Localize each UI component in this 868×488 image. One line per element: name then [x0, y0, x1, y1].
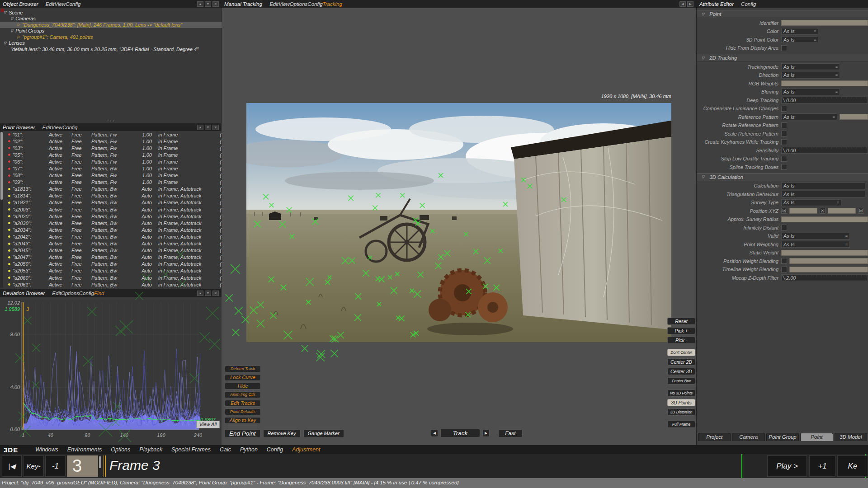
- scrollbar-thumb[interactable]: [0, 132, 3, 200]
- lock-curve-button[interactable]: Lock Curve: [225, 374, 261, 381]
- collapse-arrow-icon[interactable]: ▽: [4, 41, 6, 45]
- jump-to-start-button[interactable]: |◀: [2, 455, 22, 477]
- panel-up-icon[interactable]: ▲: [197, 1, 203, 7]
- tab-project[interactable]: Project: [698, 433, 731, 441]
- tab-camera[interactable]: Camera: [732, 433, 764, 441]
- viewport-menu-view[interactable]: View: [278, 1, 290, 7]
- timeline[interactable]: |◀ Key- -1 3 Frame 3 Play > +1 Ke: [0, 454, 868, 478]
- tree-item[interactable]: ▽Point Groups: [0, 28, 222, 34]
- checkbox[interactable]: [781, 267, 787, 272]
- main-menu-config[interactable]: Config: [267, 446, 283, 453]
- edit-tracks-button[interactable]: Edit Tracks: [225, 400, 261, 407]
- dropdown[interactable]: As Is≡: [781, 89, 840, 95]
- full-frame-button[interactable]: Full Frame: [667, 421, 695, 428]
- point-row[interactable]: "a2043":ActiveFreePattern, BwAutoin Fram…: [4, 240, 222, 247]
- main-menu-options[interactable]: Options: [111, 446, 130, 453]
- track-button[interactable]: Track: [440, 429, 480, 437]
- panel-down-icon[interactable]: ▼: [205, 291, 211, 296]
- tab-3d-model[interactable]: 3D Model: [835, 433, 867, 441]
- dropdown[interactable]: As Is: [781, 191, 865, 197]
- key-plus-button[interactable]: Ke: [837, 455, 868, 477]
- center-box-button[interactable]: Center Box: [667, 377, 695, 385]
- don-t-center-button[interactable]: Don't Center: [667, 349, 695, 356]
- tree-item[interactable]: ▽Lenses: [0, 40, 222, 47]
- deviation-browser-menu-edit[interactable]: Edit: [52, 291, 61, 296]
- text-field[interactable]: [781, 80, 868, 86]
- checkbox[interactable]: [781, 164, 787, 170]
- panel-splitter[interactable]: · · ·: [0, 120, 222, 122]
- attribute-editor-menu-config[interactable]: Config: [741, 1, 756, 7]
- checkbox[interactable]: [781, 139, 787, 145]
- attr-section-header[interactable]: ▽2D Tracking: [697, 54, 868, 62]
- track-backward-icon[interactable]: ◀: [431, 429, 438, 437]
- panel-down-icon[interactable]: ▼: [205, 125, 211, 130]
- point-row[interactable]: "a2047":ActiveFreePattern, BwAutoin Fram…: [4, 254, 222, 261]
- viewport-menu-edit[interactable]: Edit: [269, 1, 278, 7]
- expand-arrow-icon[interactable]: ▷: [17, 23, 20, 27]
- point-row[interactable]: "a2045":ActiveFreePattern, BwAutoin Fram…: [4, 247, 222, 254]
- point-defaults-button[interactable]: Point Defaults: [225, 408, 261, 415]
- timeline-cursor[interactable]: [104, 455, 106, 477]
- tab-point[interactable]: Point: [800, 433, 833, 441]
- main-menu-windows[interactable]: Windows: [35, 446, 58, 453]
- end-point-button[interactable]: End Point: [225, 429, 260, 438]
- object-browser-menu-view[interactable]: View: [54, 1, 66, 7]
- dropdown[interactable]: As Is≡: [781, 28, 818, 35]
- point-row[interactable]: "06":ActiveFreePattern, Fw1.00in Frame(C…: [4, 158, 222, 165]
- checkbox[interactable]: [781, 258, 787, 264]
- point-browser-menu-view[interactable]: View: [51, 125, 62, 130]
- attr-section-header[interactable]: ▽Point: [697, 10, 868, 18]
- expand-arrow-icon[interactable]: ▷: [17, 35, 20, 39]
- panel-up-icon[interactable]: ▲: [197, 291, 203, 296]
- deviation-browser-menu-config[interactable]: Config: [79, 291, 94, 296]
- dropdown[interactable]: As Is≡: [781, 72, 840, 79]
- point-row[interactable]: "09":ActiveFreePattern, Fw1.00in Frame(C…: [4, 179, 222, 186]
- attr-section-header[interactable]: ▽3D Calculation: [697, 173, 868, 181]
- text-field[interactable]: [789, 258, 868, 264]
- minus-one-button[interactable]: -1: [45, 455, 66, 477]
- main-menu-environments[interactable]: Environments: [67, 446, 102, 453]
- point-row[interactable]: "a2003":ActiveFreePattern, BwAutoin Fram…: [4, 206, 222, 213]
- point-list-scrollbar[interactable]: [0, 131, 3, 288]
- key-minus-button[interactable]: Key-: [23, 455, 44, 477]
- nav-left-icon[interactable]: ◀: [679, 1, 686, 7]
- point-row[interactable]: "07":ActiveFreePattern, Bw1.00in Frame(C…: [4, 165, 222, 172]
- pick-button[interactable]: Pick +: [667, 327, 695, 334]
- text-field[interactable]: [781, 250, 868, 256]
- deviation-graph[interactable]: 12.021.958939.004.000.00140901401902400.…: [0, 297, 222, 445]
- point-row[interactable]: "a1813":ActiveFreePattern, BwAutoin Fram…: [4, 186, 222, 192]
- dropdown[interactable]: As Is≡: [781, 199, 841, 206]
- tree-item[interactable]: ▷"Dungeness_7049f238": [Main], 246 Frame…: [0, 22, 222, 28]
- main-menu-adjustment[interactable]: Adjustment: [292, 446, 321, 453]
- main-menu-playback[interactable]: Playback: [139, 446, 162, 453]
- point-browser-menu-edit[interactable]: Edit: [42, 125, 52, 130]
- deviation-browser-menu-options[interactable]: Options: [61, 291, 79, 296]
- object-browser-menu-config[interactable]: Config: [66, 1, 80, 7]
- dropdown[interactable]: As Is≡: [781, 233, 850, 239]
- checkbox[interactable]: [781, 106, 787, 112]
- 3d-distortion-button[interactable]: 3D Distortion: [667, 408, 695, 416]
- deform-track-button[interactable]: Deform Track: [225, 366, 261, 372]
- text-field[interactable]: [781, 20, 868, 26]
- checkbox[interactable]: ☒: [781, 208, 787, 214]
- plus-one-button[interactable]: +1: [809, 455, 835, 477]
- dropdown[interactable]: As Is≡: [781, 113, 837, 120]
- collapse-arrow-icon[interactable]: ▽: [10, 29, 13, 33]
- point-row[interactable]: "a2053":ActiveFreePattern, BwAutoin Fram…: [4, 267, 222, 274]
- value-slider[interactable]: ╲2.00: [781, 274, 868, 281]
- anim-img-ctls-button[interactable]: Anim Img Ctls: [225, 391, 261, 398]
- panel-up-icon[interactable]: ▲: [197, 125, 203, 130]
- point-row[interactable]: "a2060":ActiveFreePattern, BwAutoin Fram…: [4, 274, 222, 281]
- panel-close-icon[interactable]: ✕: [212, 291, 219, 296]
- track-forward-icon[interactable]: ▶: [482, 429, 490, 437]
- tree-item[interactable]: "default lens": 30.46 mm, 36.00 mm x 20.…: [0, 46, 222, 52]
- text-field[interactable]: [789, 208, 817, 214]
- checkbox[interactable]: ☒: [858, 208, 864, 214]
- panel-close-icon[interactable]: ✕: [212, 125, 219, 130]
- no-3d-points-button[interactable]: No 3D Points: [667, 389, 695, 397]
- point-row[interactable]: "a2050":ActiveFreePattern, BwAutoin Fram…: [4, 261, 222, 267]
- point-row[interactable]: "03":ActiveFreePattern, Fw1.00in Frame(C…: [4, 145, 222, 151]
- hide-button[interactable]: Hide: [225, 383, 261, 389]
- checkbox[interactable]: [781, 122, 787, 128]
- collapse-arrow-icon[interactable]: ▽: [702, 12, 704, 16]
